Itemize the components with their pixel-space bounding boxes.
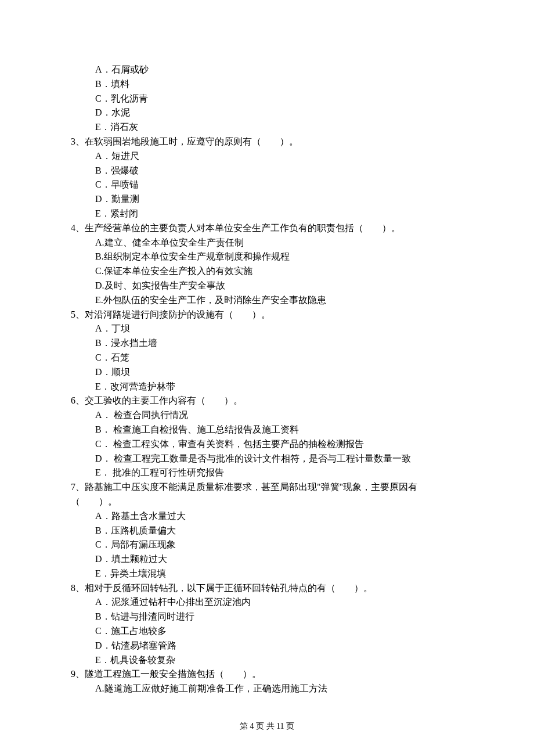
question-4-stem: 4、生产经营单位的主要负责人对本单位安全生产工作负有的职责包括（ ）。 (71, 221, 463, 236)
option-5-c: C．石笼 (71, 351, 463, 365)
option-7-e: E．异类土壤混填 (71, 567, 463, 581)
option-3-d: D．勤量测 (71, 192, 463, 207)
option-3-e: E．紧封闭 (71, 207, 463, 221)
option-2-b: B．填料 (71, 77, 463, 92)
option-8-b: B．钻进与排渣同时进行 (71, 610, 463, 624)
option-2-e: E．消石灰 (71, 120, 463, 135)
question-6-stem: 6、交工验收的主要工作内容有（ ）。 (71, 394, 463, 408)
option-6-b: B． 检查施工自检报告、施工总结报告及施工资料 (71, 423, 463, 437)
question-8: 8、相对于反循环回转钻孔，以下属于正循环回转钻孔特点的有（ ）。 A．泥浆通过钻… (71, 581, 463, 668)
question-7-stem-line1: 7、路基施工中压实度不能满足质量标准要求，甚至局部出现"弹簧"现象，主要原因有 (71, 480, 463, 495)
option-5-b: B．浸水挡土墙 (71, 336, 463, 351)
option-4-a: A.建立、健全本单位安全生产责任制 (71, 236, 463, 250)
option-7-a: A．路基土含水量过大 (71, 509, 463, 524)
question-3-stem: 3、在软弱围岩地段施工时，应遵守的原则有（ ）。 (71, 135, 463, 149)
document-body: A．石屑或砂 B．填料 C．乳化沥青 D．水泥 E．消石灰 3、在软弱围岩地段施… (71, 63, 463, 696)
option-5-a: A．丁坝 (71, 322, 463, 336)
option-8-c: C．施工占地较多 (71, 624, 463, 639)
question-2-options: A．石屑或砂 B．填料 C．乳化沥青 D．水泥 E．消石灰 (71, 63, 463, 135)
option-7-b: B．压路机质量偏大 (71, 524, 463, 538)
option-4-e: E.外包队伍的安全生产工作，及时消除生产安全事故隐患 (71, 293, 463, 308)
option-2-a: A．石屑或砂 (71, 63, 463, 77)
option-2-c: C．乳化沥青 (71, 92, 463, 106)
option-6-c: C． 检查工程实体，审查有关资料，包括主要产品的抽检检测报告 (71, 437, 463, 452)
option-8-a: A．泥浆通过钻杆中心排出至沉淀池内 (71, 595, 463, 610)
option-6-e: E． 批准的工程可行性研究报告 (71, 466, 463, 480)
question-5-stem: 5、对沿河路堤进行间接防护的设施有（ ）。 (71, 308, 463, 322)
question-7: 7、路基施工中压实度不能满足质量标准要求，甚至局部出现"弹簧"现象，主要原因有 … (71, 480, 463, 581)
option-3-a: A．短进尺 (71, 149, 463, 164)
option-2-d: D．水泥 (71, 106, 463, 120)
option-9-a: A.隧道施工应做好施工前期准备工作，正确选用施工方法 (71, 682, 463, 696)
option-6-a: A． 检查合同执行情况 (71, 408, 463, 423)
option-7-d: D．填土颗粒过大 (71, 552, 463, 567)
option-6-d: D． 检查工程完工数量是否与批准的设计文件相符，是否与工程计量数量一致 (71, 452, 463, 466)
option-3-c: C．早喷锚 (71, 178, 463, 192)
question-5: 5、对沿河路堤进行间接防护的设施有（ ）。 A．丁坝 B．浸水挡土墙 C．石笼 … (71, 308, 463, 394)
question-8-stem: 8、相对于反循环回转钻孔，以下属于正循环回转钻孔特点的有（ ）。 (71, 581, 463, 596)
option-3-b: B．强爆破 (71, 164, 463, 178)
question-3: 3、在软弱围岩地段施工时，应遵守的原则有（ ）。 A．短进尺 B．强爆破 C．早… (71, 135, 463, 221)
option-4-d: D.及时、如实报告生产安全事故 (71, 279, 463, 293)
option-4-b: B.组织制定本单位安全生产规章制度和操作规程 (71, 250, 463, 264)
option-5-e: E．改河营造护林带 (71, 380, 463, 394)
option-8-d: D．钻渣易堵塞管路 (71, 639, 463, 653)
question-6: 6、交工验收的主要工作内容有（ ）。 A． 检查合同执行情况 B． 检查施工自检… (71, 394, 463, 480)
option-5-d: D．顺坝 (71, 365, 463, 380)
question-7-stem-line2: （ ）。 (71, 495, 463, 509)
option-7-c: C．局部有漏压现象 (71, 538, 463, 552)
question-4: 4、生产经营单位的主要负责人对本单位安全生产工作负有的职责包括（ ）。 A.建立… (71, 221, 463, 308)
question-9-stem: 9、隧道工程施工一般安全措施包括（ ）。 (71, 667, 463, 682)
question-9: 9、隧道工程施工一般安全措施包括（ ）。 A.隧道施工应做好施工前期准备工作，正… (71, 667, 463, 696)
option-8-e: E．机具设备较复杂 (71, 653, 463, 668)
page-footer: 第 4 页 共 11 页 (0, 720, 534, 733)
option-4-c: C.保证本单位安全生产投入的有效实施 (71, 264, 463, 279)
